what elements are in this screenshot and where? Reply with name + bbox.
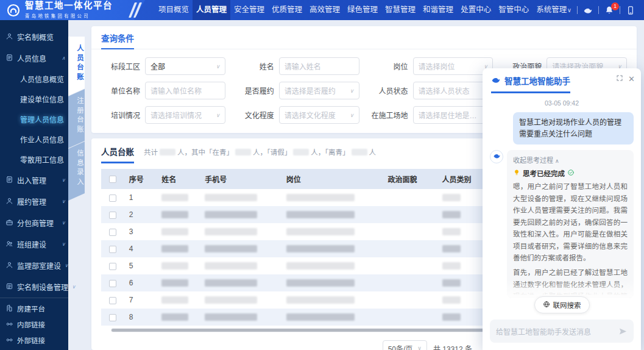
sidebar-subitem-人员信息概览[interactable]: 人员信息概览 xyxy=(0,69,68,89)
query-field-在施工场地: 在施工场地请选择居住地是否在施工场地∨ xyxy=(369,106,494,124)
assistant-whale-icon xyxy=(491,75,501,87)
chevron-down-icon[interactable]: ∨ xyxy=(567,7,571,13)
sidebar-item-label: 房建平台 xyxy=(17,304,45,313)
row-cell xyxy=(157,223,200,240)
nav-item-和谐管理[interactable]: 和谐管理 xyxy=(419,0,457,20)
assistant-whale-icon[interactable] xyxy=(583,5,593,15)
field-label: 单位名称 xyxy=(101,85,140,96)
assistant-title-tab: 智慧工地智能助手 xyxy=(491,74,570,93)
sidebar-subitem-管理人员信息[interactable]: 管理人员信息 xyxy=(0,109,68,129)
chat-input[interactable]: 给智慧工地智能助手发送消息 xyxy=(490,320,634,343)
row-cell xyxy=(157,206,200,223)
row-checkbox[interactable] xyxy=(109,195,116,202)
row-checkbox[interactable] xyxy=(109,280,116,287)
nav-item-人员管理[interactable]: 人员管理 xyxy=(193,0,230,20)
row-cell xyxy=(281,291,383,309)
人员状态-select[interactable]: 请选择人员状态∨ xyxy=(413,82,494,99)
row-cell xyxy=(281,240,383,257)
send-icon[interactable] xyxy=(618,327,628,336)
sidebar-building-icon xyxy=(5,304,13,313)
文化程度-select[interactable]: 请选择文化程度∨ xyxy=(279,106,359,124)
query-field-文化程度: 文化程度请选择文化程度∨ xyxy=(235,106,359,124)
row-cell xyxy=(157,291,200,309)
app-subtitle: 青岛地铁集团有限公司 xyxy=(25,12,113,19)
vertical-tab-注册台账[interactable]: 注册台账 xyxy=(68,89,85,148)
row-cell xyxy=(383,189,437,206)
sidebar-item-实名制设备管理[interactable]: 实名制设备管理∨ xyxy=(0,276,68,298)
mobile-device-icon[interactable] xyxy=(626,5,635,15)
nav-item-智管中心[interactable]: 智管中心 xyxy=(495,0,533,20)
page-size-select[interactable]: 50条/页 ∨ xyxy=(383,340,427,350)
是否履约-select[interactable]: 请选择是否履约∨ xyxy=(279,82,359,99)
chevron-down-icon: ∨ xyxy=(62,199,65,204)
培训情况-select[interactable]: 请选择培训情况∨ xyxy=(145,106,225,124)
姓名-input[interactable]: 请输入姓名 xyxy=(279,57,359,75)
row-checkbox[interactable] xyxy=(109,297,116,304)
chevron-down-icon: ∨ xyxy=(417,345,422,350)
sidebar-footer-房建平台[interactable]: 房建平台 xyxy=(0,301,68,316)
close-icon[interactable]: ✕ xyxy=(628,75,635,83)
nav-item-绿色管理[interactable]: 绿色管理 xyxy=(344,0,381,20)
row-checkbox[interactable] xyxy=(109,212,116,219)
sidebar-item-出入管理[interactable]: 出入管理∨ xyxy=(0,170,68,191)
column-header-政治面貌: 政治面貌 xyxy=(383,169,437,189)
collapse-thinking-button[interactable]: 收起思考过程 ∧ xyxy=(513,155,628,165)
query-field-人员状态: 人员状态请选择人员状态∨ xyxy=(369,82,494,99)
row-cell xyxy=(200,240,281,257)
sidebar-item-监理部室建设[interactable]: 监理部室建设∨ xyxy=(0,255,68,276)
notification-bell-icon[interactable]: 1 xyxy=(604,5,614,15)
sidebar-item-履约管理[interactable]: 履约管理∨ xyxy=(0,191,68,212)
row-checkbox[interactable] xyxy=(109,246,116,253)
row-cell xyxy=(383,240,437,257)
标段工区-select[interactable]: 全部∨ xyxy=(145,57,225,75)
user-message-bubble: 智慧工地对现场作业人员的管理需要重点关注什么问题 xyxy=(513,112,634,145)
roster-summary: 共计人，其中「在青」人，「请假」人，「离青」人 xyxy=(144,147,376,157)
row-checkbox-cell xyxy=(101,257,124,274)
row-index: 4 xyxy=(124,240,157,257)
岗位-select[interactable]: 请选择岗位∨ xyxy=(413,57,494,75)
nav-item-安全管理[interactable]: 安全管理 xyxy=(230,0,268,20)
sidebar-footer-外部链接[interactable]: 外部链接 xyxy=(0,332,68,348)
nav-item-智慧管理[interactable]: 智慧管理 xyxy=(381,0,419,20)
checkbox-icon[interactable] xyxy=(109,176,116,183)
nav-item-处置中心[interactable]: 处置中心 xyxy=(457,0,495,20)
sidebar-subitem-零散用工信息[interactable]: 零散用工信息 xyxy=(0,149,68,170)
单位名称-input[interactable]: 请输入单位名称 xyxy=(145,82,225,99)
row-cell xyxy=(157,274,200,291)
sidebar-item-人员信息[interactable]: 人员信息∧ xyxy=(0,48,68,69)
row-checkbox[interactable] xyxy=(109,263,116,270)
sidebar-item-label: 内部链接 xyxy=(17,320,45,329)
fade-overlay xyxy=(507,280,634,298)
row-checkbox[interactable] xyxy=(109,314,116,321)
sidebar-item-label: 外部链接 xyxy=(17,335,45,345)
redacted-cell xyxy=(286,245,355,252)
field-value: 全部 xyxy=(150,61,165,71)
sidebar-subitem-作业人员信息[interactable]: 作业人员信息 xyxy=(0,129,68,149)
query-field-岗位: 岗位请选择岗位∨ xyxy=(369,57,494,75)
nav-item-优质管理[interactable]: 优质管理 xyxy=(268,0,306,20)
chevron-down-icon: ∨ xyxy=(62,220,65,226)
row-cell xyxy=(200,274,281,291)
sidebar-link-icon xyxy=(5,336,13,345)
vertical-tab-信息录入[interactable]: 信息录入 xyxy=(68,141,85,201)
sidebar-item-label: 出入管理 xyxy=(17,175,46,185)
expand-icon[interactable] xyxy=(616,74,623,84)
redacted-cell xyxy=(205,313,257,321)
在施工场地-select[interactable]: 请选择居住地是否在施工场地∨ xyxy=(413,106,494,124)
sidebar-footer: 房建平台内部链接外部链接收起菜单 xyxy=(0,298,68,350)
nav-item-项目概览[interactable]: 项目概览 xyxy=(155,0,193,20)
vertical-tab-人员台账[interactable]: 人员台账 xyxy=(68,37,85,96)
sidebar-item-班组建设[interactable]: 班组建设∨ xyxy=(0,234,68,255)
sidebar-doc-icon xyxy=(5,176,13,185)
nav-item-高效管理[interactable]: 高效管理 xyxy=(306,0,344,20)
sidebar-link-icon xyxy=(5,320,13,329)
sidebar-item-实名制概览[interactable]: 实名制概览 xyxy=(0,26,68,48)
sidebar-item-分包商管理[interactable]: 分包商管理∨ xyxy=(0,212,68,234)
row-checkbox[interactable] xyxy=(109,229,116,236)
sidebar-subitem-建设单位信息[interactable]: 建设单位信息 xyxy=(0,89,68,109)
sidebar-footer-内部链接[interactable]: 内部链接 xyxy=(0,316,68,332)
top-header: 智慧工地一体化平台 青岛地铁集团有限公司 项目概览人员管理安全管理优质管理高效管… xyxy=(0,0,644,20)
message-timestamp: 03-05 09:42 xyxy=(490,99,634,107)
select-all-checkbox[interactable] xyxy=(101,169,124,189)
web-search-button[interactable]: 联网搜索 xyxy=(534,296,590,313)
